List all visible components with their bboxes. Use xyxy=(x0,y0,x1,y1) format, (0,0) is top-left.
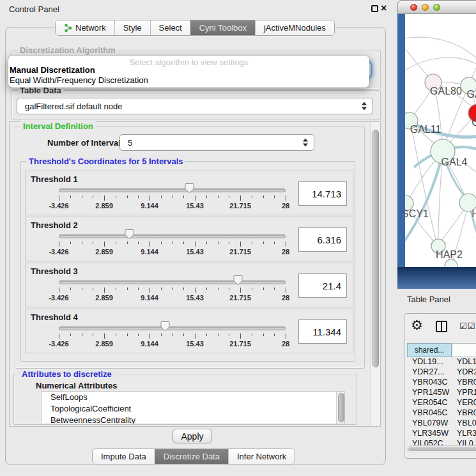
gear-icon[interactable]: ⚙ xyxy=(411,318,423,333)
list-item[interactable]: BetweennessCentrality xyxy=(42,415,344,424)
list-item[interactable]: TopologicalCoefficient xyxy=(42,403,344,415)
table-row[interactable]: YDR27...YDR2 xyxy=(407,367,476,378)
tick-label: 21.715 xyxy=(229,340,251,348)
slider-thumb[interactable] xyxy=(125,229,134,240)
slider-tick xyxy=(240,242,241,247)
close-icon[interactable]: × xyxy=(381,3,387,14)
table-horizontal-scrollbar[interactable] xyxy=(407,445,476,452)
slider-tick xyxy=(195,196,196,201)
tab-jactivemnodules[interactable]: jActiveMNodules xyxy=(255,20,334,35)
cell-name[interactable]: YER0 xyxy=(452,398,476,408)
network-node[interactable] xyxy=(445,259,457,267)
tick-label: 15.43 xyxy=(186,294,204,302)
threshold-panel-3: Threshold 3-3.4262.8599.14415.4321.71528… xyxy=(25,263,353,307)
tab-infer-network[interactable]: Infer Network xyxy=(228,449,295,464)
table-row[interactable]: YLR345WYLR3 xyxy=(407,429,476,439)
slider-track[interactable] xyxy=(59,326,286,330)
tick-label: 2.859 xyxy=(95,340,113,348)
slider-tick xyxy=(240,334,241,339)
close-traffic-light[interactable] xyxy=(410,4,417,11)
algorithm-dropdown-popup: Select algorithm to view settings Manual… xyxy=(8,56,369,88)
slider-tick xyxy=(173,196,173,198)
slider-track[interactable] xyxy=(59,234,286,238)
tick-label: 2.859 xyxy=(95,248,113,256)
cell-name[interactable]: YDR2 xyxy=(452,367,476,378)
table-row[interactable]: YBR045CYBR0 xyxy=(407,408,476,418)
cell-shared-name[interactable]: YBR045C xyxy=(407,408,452,418)
tab-cyni-toolbox[interactable]: Cyni Toolbox xyxy=(190,20,255,35)
slider-track[interactable] xyxy=(59,188,286,192)
group-title: Threshold's Coordinates for 5 Intervals xyxy=(26,157,185,166)
minimize-traffic-light[interactable] xyxy=(422,4,429,11)
threshold-value-field[interactable]: 6.316 xyxy=(298,227,347,252)
scrollbar-thumb[interactable] xyxy=(372,130,379,367)
cell-name[interactable]: YLR3 xyxy=(452,429,476,439)
float-window-icon[interactable] xyxy=(371,5,378,12)
panel-title: Control Panel xyxy=(9,4,59,14)
apply-button[interactable]: Apply xyxy=(173,429,212,443)
table-row[interactable]: YBL079WYBL0 xyxy=(407,418,476,429)
table-row[interactable]: YBR043CYBR0 xyxy=(407,378,476,388)
cell-shared-name[interactable]: YLR345W xyxy=(407,429,452,439)
cell-shared-name[interactable]: YPR145W xyxy=(407,388,452,398)
interval-definition-group: Interval Definition Number of Intervals … xyxy=(15,126,365,369)
slider-tick xyxy=(104,334,105,339)
tab-select[interactable]: Select xyxy=(150,20,190,35)
number-of-intervals-combobox[interactable]: 5 xyxy=(119,134,314,151)
cell-shared-name[interactable]: YDL19... xyxy=(407,357,452,367)
cell-name[interactable]: YPR1 xyxy=(452,388,476,398)
node-label: H xyxy=(472,208,476,219)
viewport-scrollbar[interactable] xyxy=(371,122,380,426)
slider-thumb[interactable] xyxy=(185,183,194,194)
threshold-value-field[interactable]: 11.344 xyxy=(298,319,347,344)
slider-tick xyxy=(173,288,173,290)
network-edge[interactable] xyxy=(405,58,476,75)
tab-network[interactable]: Network xyxy=(56,20,114,35)
slider-tick xyxy=(286,242,286,247)
slider-tick xyxy=(70,334,71,336)
tick-label: 9.144 xyxy=(141,202,158,210)
table-row[interactable]: YDL19...YDL1 xyxy=(407,357,476,367)
slider-tick xyxy=(161,196,162,198)
threshold-value-field[interactable]: 14.713 xyxy=(298,181,347,206)
scrollbar-thumb[interactable] xyxy=(408,447,476,451)
table-row[interactable]: YER054CYER0 xyxy=(407,398,476,408)
slider-tick xyxy=(173,242,173,244)
zoom-traffic-light[interactable] xyxy=(433,4,440,11)
list-scrollbar[interactable] xyxy=(336,392,344,424)
slider-track[interactable] xyxy=(59,280,286,284)
cell-shared-name[interactable]: YBL079W xyxy=(407,418,452,429)
cell-name[interactable]: YDL1 xyxy=(452,357,476,367)
tab-impute-data[interactable]: Impute Data xyxy=(93,449,155,464)
column-header-shared-name[interactable]: shared... xyxy=(407,343,452,357)
table-data-combobox[interactable]: galFiltered.sif default node xyxy=(17,98,373,114)
tab-style[interactable]: Style xyxy=(114,20,150,35)
slider-tick xyxy=(150,242,150,247)
table-subpanel: ⚙ ☑☑ shared... n YDL19...YDL1YDR27...YDR… xyxy=(404,313,476,459)
slider-thumb[interactable] xyxy=(233,275,243,286)
column-split-icon[interactable] xyxy=(436,321,447,332)
tick-label: 21.715 xyxy=(229,202,251,210)
threshold-value-field[interactable]: 21.4 xyxy=(298,273,347,298)
slider-thumb[interactable] xyxy=(160,321,170,332)
table-row[interactable]: YPR145WYPR1 xyxy=(407,388,476,398)
control-panel-window: Control Panel × Network Style Select Cyn… xyxy=(0,0,391,476)
cell-shared-name[interactable]: YBR043C xyxy=(407,378,452,388)
scrollbar-thumb[interactable] xyxy=(338,393,344,422)
cell-shared-name[interactable]: YER054C xyxy=(407,398,452,408)
checkbox-icons[interactable]: ☑☑ xyxy=(459,321,475,331)
list-item[interactable]: SelfLoops xyxy=(42,392,344,403)
top-tabstrip: Network Style Select Cyni Toolbox jActiv… xyxy=(55,20,335,36)
cell-name[interactable]: YBL0 xyxy=(452,418,476,429)
column-header-name[interactable]: n xyxy=(452,343,476,357)
dropdown-option-equal-width[interactable]: Equal Width/Frequency Discretization xyxy=(8,75,369,86)
cell-name[interactable]: YBR0 xyxy=(452,378,476,388)
cell-shared-name[interactable]: YDR27... xyxy=(407,367,452,378)
tick-label: 9.144 xyxy=(141,248,158,256)
slider-tick xyxy=(286,334,286,339)
tab-discretize-data[interactable]: Discretize Data xyxy=(155,449,228,464)
slider-tick xyxy=(59,288,59,293)
cell-name[interactable]: YBR0 xyxy=(452,408,476,418)
slider-tick xyxy=(70,288,71,290)
network-canvas[interactable]: GAL80GACGAL11GAL4GCY1HHAP2 xyxy=(405,14,476,267)
